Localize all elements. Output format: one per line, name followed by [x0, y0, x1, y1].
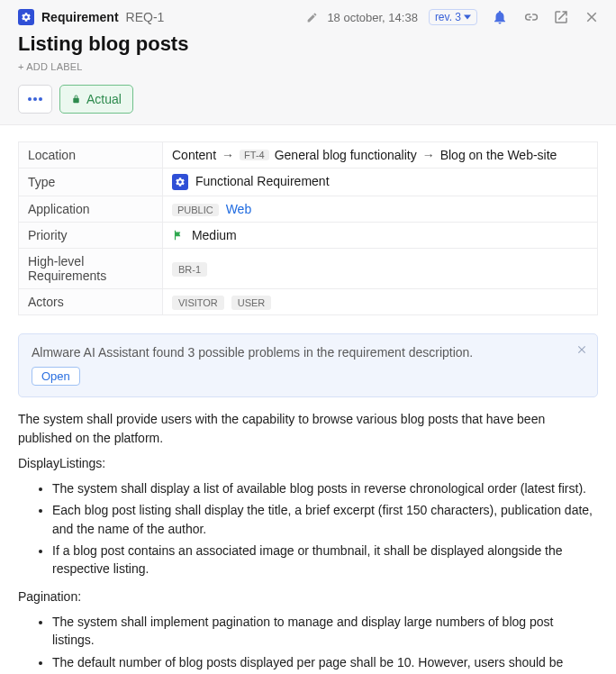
prop-key: High-level Requirements: [19, 249, 163, 289]
link-icon[interactable]: [522, 9, 539, 25]
properties-table: Location Content → FT-4 General blog fun…: [18, 141, 598, 315]
actor-pill[interactable]: USER: [231, 296, 272, 310]
close-icon[interactable]: [584, 9, 600, 25]
crumb-segment: Blog on the Web-site: [440, 148, 557, 162]
status-button[interactable]: Actual: [59, 85, 133, 114]
timestamp: 18 october, 14:38: [327, 11, 417, 24]
page-title: Listing blog posts: [18, 32, 600, 56]
lock-icon: [71, 94, 81, 105]
prop-value-type[interactable]: Functional Requirement: [163, 168, 598, 196]
ai-message: Almware AI Assistant found 3 possible pr…: [32, 345, 584, 360]
prop-value-application[interactable]: PUBLIC Web: [163, 196, 598, 223]
prop-key: Actors: [19, 289, 163, 315]
prop-value-location[interactable]: Content → FT-4 General blog functionalit…: [163, 142, 598, 168]
svg-point-1: [33, 97, 37, 101]
prop-value-hlr[interactable]: BR-1: [163, 249, 598, 289]
detail-header: Requirement REQ-1 18 october, 14:38 rev.…: [0, 0, 616, 125]
chevron-down-icon: [464, 14, 471, 21]
actor-pill[interactable]: VISITOR: [172, 296, 224, 310]
prop-value-priority[interactable]: Medium: [163, 223, 598, 249]
gear-icon: [172, 174, 188, 190]
pagination-list: The system shall implement pagination to…: [52, 613, 598, 674]
prop-row-application: Application PUBLIC Web: [19, 196, 598, 223]
intro-paragraph: The system shall provide users with the …: [18, 410, 598, 447]
bell-icon[interactable]: [492, 9, 508, 25]
prop-row-actors: Actors VISITOR USER: [19, 289, 598, 315]
ellipsis-icon: [28, 97, 42, 101]
prop-key: Priority: [19, 223, 163, 249]
prop-key: Location: [19, 142, 163, 168]
action-row: Actual: [18, 85, 600, 114]
visibility-pill: PUBLIC: [172, 204, 219, 216]
more-actions-button[interactable]: [18, 85, 52, 114]
feature-tag: FT-4: [240, 150, 269, 160]
application-link[interactable]: Web: [226, 202, 252, 216]
edit-pencil-icon: [306, 12, 318, 23]
list-item: The default number of blog posts display…: [52, 653, 598, 674]
open-external-icon[interactable]: [553, 9, 569, 25]
prop-key: Application: [19, 196, 163, 223]
ai-assistant-alert: Almware AI Assistant found 3 possible pr…: [18, 333, 598, 397]
requirement-type-icon: [18, 9, 34, 25]
list-item: The system shall implement pagination to…: [52, 613, 598, 650]
priority-value: Medium: [192, 228, 237, 242]
status-label: Actual: [86, 92, 122, 106]
type-value: Functional Requirement: [195, 174, 330, 188]
arrow-icon: →: [422, 148, 435, 162]
ai-open-button[interactable]: Open: [32, 367, 80, 386]
revision-label: rev. 3: [435, 11, 461, 23]
list-item: If a blog post contains an associated im…: [52, 542, 598, 578]
flag-icon: [172, 229, 185, 241]
section-heading: DisplayListings:: [18, 454, 598, 472]
arrow-icon: →: [222, 148, 234, 162]
list-item: Each blog post listing shall display the…: [52, 501, 598, 538]
crumb-segment: General blog functionality: [275, 148, 417, 162]
add-label-button[interactable]: + ADD LABEL: [18, 61, 600, 72]
close-icon[interactable]: [575, 343, 588, 356]
prop-row-type: Type Functional Requirement: [19, 168, 598, 196]
prop-value-actors[interactable]: VISITOR USER: [163, 289, 598, 315]
list-item: The system shall display a list of avail…: [52, 479, 598, 497]
prop-row-hlr: High-level Requirements BR-1: [19, 249, 598, 289]
prop-row-priority: Priority Medium: [19, 223, 598, 249]
section-heading: Pagination:: [18, 587, 598, 606]
header-top-row: Requirement REQ-1 18 october, 14:38 rev.…: [18, 9, 600, 25]
revision-dropdown[interactable]: rev. 3: [429, 9, 477, 25]
properties-panel: Location Content → FT-4 General blog fun…: [0, 125, 616, 321]
prop-key: Type: [19, 168, 163, 196]
display-listings-list: The system shall display a list of avail…: [52, 479, 598, 578]
svg-point-0: [28, 97, 32, 101]
description-body: The system shall provide users with the …: [0, 410, 616, 674]
requirement-pill[interactable]: BR-1: [172, 262, 207, 277]
svg-point-2: [39, 97, 42, 101]
header-id: REQ-1: [126, 10, 165, 24]
crumb-segment: Content: [172, 148, 216, 162]
prop-row-location: Location Content → FT-4 General blog fun…: [19, 142, 598, 168]
header-type-label: Requirement: [41, 10, 119, 24]
